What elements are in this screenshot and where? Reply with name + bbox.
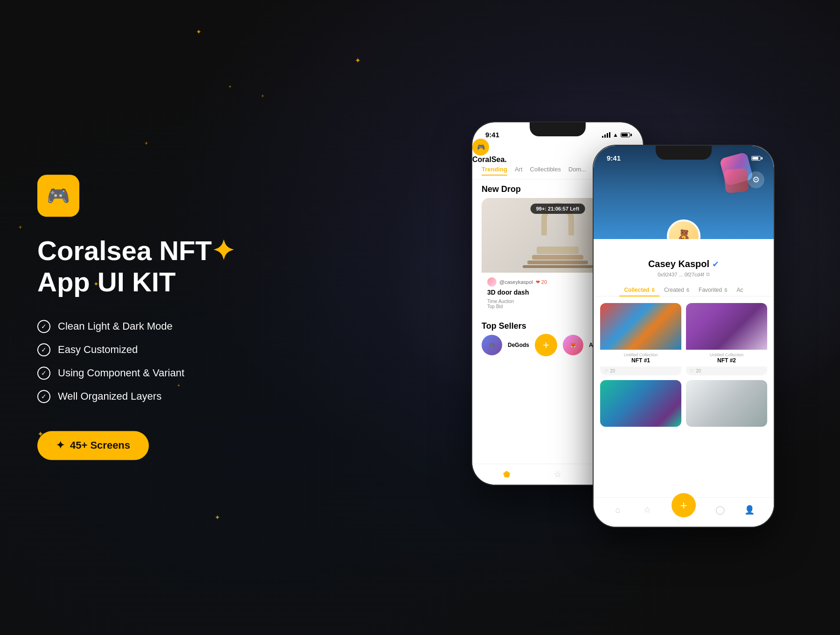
seller-avatar-azuka: 🦊 xyxy=(563,335,583,355)
add-fab-back[interactable]: + xyxy=(535,334,557,356)
seller-icon-degods: 🎮 xyxy=(489,343,495,348)
battery-fill xyxy=(622,134,628,136)
phone-front: 9:41 ▲ xyxy=(593,145,775,528)
add-fab-front[interactable]: + xyxy=(672,493,696,517)
tab-created-label: Created xyxy=(664,287,684,293)
star-decoration: + xyxy=(19,224,22,231)
like-count: ❤ 20 xyxy=(536,279,547,285)
profile-name: Casey Kaspol xyxy=(648,259,709,269)
nav-tab-dom[interactable]: Dom... xyxy=(568,166,586,176)
nft-likes-1: ♡ 20 xyxy=(600,367,681,375)
auction-type-label: Time Auction xyxy=(487,299,514,304)
nft-name-1: NFT #1 xyxy=(604,357,678,364)
nft-grid-item-2[interactable]: Untitled Collection NFT #2 ♡ 20 xyxy=(686,303,767,375)
nav-profile-front[interactable]: 👤 xyxy=(744,504,755,515)
tab-collected-count: 6 xyxy=(652,287,655,293)
nft-image-3 xyxy=(600,380,681,427)
tab-activity-label: Ac xyxy=(737,287,743,293)
arch-platform3 xyxy=(523,265,593,268)
title-line2: App UI KIT xyxy=(37,267,175,297)
nft-collection-2: Untitled Collection xyxy=(690,353,763,357)
status-icons: ▲ xyxy=(602,132,630,138)
main-title: Coralsea NFT✦ App UI KIT xyxy=(37,235,280,297)
cta-button[interactable]: ✦ 45+ Screens xyxy=(37,431,149,460)
likes-count-1: 20 xyxy=(610,368,615,374)
cube-bottom xyxy=(724,168,749,193)
feature-label: Clean Light & Dark Mode xyxy=(58,321,173,333)
verified-badge: ✔ xyxy=(712,259,719,269)
seller-name-degods: DeGods xyxy=(508,342,529,348)
star-decoration: + xyxy=(229,84,231,89)
nft-grid: Untitled Collection NFT #1 ♡ 20 Untitled… xyxy=(594,303,774,427)
nft-info-1: Untitled Collection NFT #1 xyxy=(600,350,681,367)
seller-avatar-degods: 🎮 xyxy=(482,335,502,355)
star-decoration: ✦ xyxy=(215,514,220,521)
feature-item: ✓ Using Component & Variant xyxy=(37,367,280,380)
auction-type: Time Auction Top Bid xyxy=(487,299,514,309)
nav-bookmark-front[interactable]: ☆ xyxy=(642,504,653,515)
bottom-nav-front: ⌂ ☆ + ◯ 👤 xyxy=(594,497,774,527)
tab-favorited-label: Favorited xyxy=(699,287,722,293)
nav-chat-front[interactable]: ◯ xyxy=(714,504,726,515)
brand-avatar-icon: 🎮 xyxy=(477,143,485,151)
brand-avatar: 🎮 xyxy=(472,139,489,155)
arch-platform2 xyxy=(527,261,588,264)
nft-grid-item-1[interactable]: Untitled Collection NFT #1 ♡ 20 xyxy=(600,303,681,375)
nft-collection-1: Untitled Collection xyxy=(604,353,678,357)
tab-created-count: 6 xyxy=(686,287,689,293)
profile-tabs: Collected 6 Created 6 Favorited 6 Ac xyxy=(594,284,774,296)
feature-item: ✓ Clean Light & Dark Mode xyxy=(37,320,280,333)
arch-platform1 xyxy=(532,255,583,260)
heart-icon: ♡ xyxy=(604,368,608,374)
notch-front xyxy=(656,146,712,160)
check-icon: ✓ xyxy=(37,320,50,333)
cta-label: 45+ Screens xyxy=(70,440,130,452)
figma-icon: ✦ xyxy=(56,440,64,452)
nav-tab-art[interactable]: Art xyxy=(515,166,523,176)
feature-label: Easy Customized xyxy=(58,344,138,356)
likes-count-2: 20 xyxy=(696,368,701,374)
profile-avatar-emoji: 🧸 xyxy=(676,229,692,240)
left-panel: 🎮 Coralsea NFT✦ App UI KIT ✓ Clean Light… xyxy=(37,175,280,460)
phones-container: 9:41 ▲ 🎮 xyxy=(429,107,812,528)
check-icon: ✓ xyxy=(37,390,50,403)
seller-icon-azuka: 🦊 xyxy=(570,343,576,348)
gear-icon: ⚙ xyxy=(752,175,760,185)
user-mini-avatar xyxy=(487,277,497,287)
star-decoration: ✦ xyxy=(196,28,202,35)
nft-grid-item-3[interactable] xyxy=(600,380,681,427)
check-icon: ✓ xyxy=(37,344,50,357)
star-decoration: + xyxy=(261,93,264,99)
nav-bookmark-icon[interactable]: ☆ xyxy=(552,469,563,480)
nav-tab-trending[interactable]: Trending xyxy=(482,166,507,176)
nft-grid-item-4[interactable] xyxy=(686,380,767,427)
arch-base xyxy=(537,247,579,254)
nft-likes-2: ♡ 20 xyxy=(686,367,767,375)
profile-address: 0x92437 ... 0f27cd4f ⧉ xyxy=(594,271,774,277)
front-phone-screen: 9:41 ▲ xyxy=(594,146,774,527)
feature-label: Well Organized Layers xyxy=(58,391,161,403)
time-front: 9:41 xyxy=(607,154,621,162)
profile-address-text: 0x92437 ... 0f27cd4f xyxy=(658,272,704,277)
timer-badge: 99+: 21:06:57 Left xyxy=(531,204,585,214)
heart-icon: ♡ xyxy=(690,368,694,374)
feature-label: Using Component & Variant xyxy=(58,367,184,380)
gear-button[interactable]: ⚙ xyxy=(748,171,764,188)
copy-icon[interactable]: ⧉ xyxy=(706,271,710,277)
profile-avatar: 🧸 xyxy=(667,219,700,239)
tab-favorited[interactable]: Favorited 6 xyxy=(694,284,732,296)
feature-item: ✓ Well Organized Layers xyxy=(37,390,280,403)
tab-collected[interactable]: Collected 6 xyxy=(619,284,659,296)
features-list: ✓ Clean Light & Dark Mode ✓ Easy Customi… xyxy=(37,320,280,403)
nav-home-front[interactable]: ⌂ xyxy=(612,504,623,515)
tab-collected-label: Collected xyxy=(624,287,649,293)
notch xyxy=(530,122,586,136)
profile-avatar-wrap: 🧸 xyxy=(667,219,700,239)
tab-created[interactable]: Created 6 xyxy=(659,284,694,296)
nft-image-1 xyxy=(600,303,681,350)
nft-image-4 xyxy=(686,380,767,427)
brand-name: CoralSea. xyxy=(472,155,507,163)
nav-tab-collectibles[interactable]: Collectibles xyxy=(530,166,561,176)
nav-home-icon[interactable]: ⬟ xyxy=(501,469,512,480)
tab-activity[interactable]: Ac xyxy=(732,284,748,296)
